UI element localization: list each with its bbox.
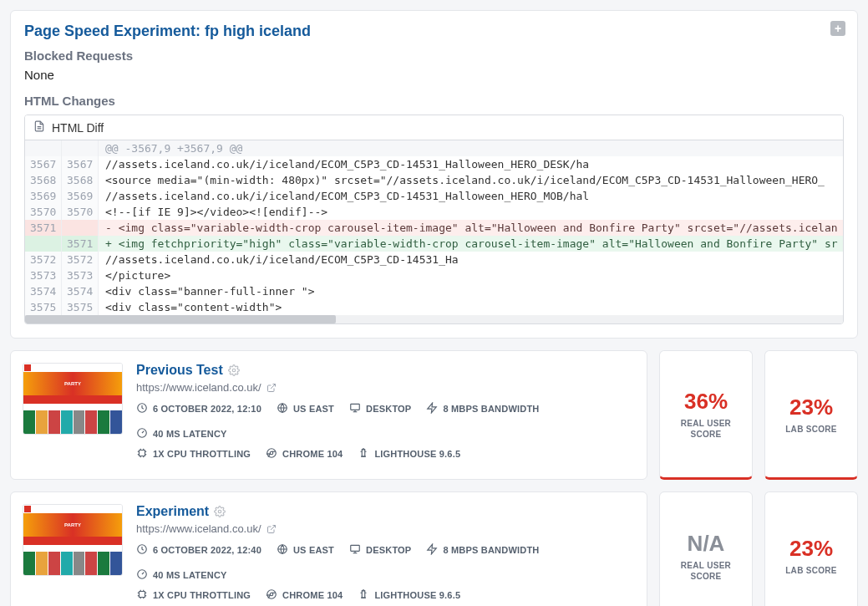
line-number-old: 3570 (25, 204, 62, 220)
meta-throttling: 1X CPU THROTTLING (136, 447, 251, 461)
meta-device: DESKTOP (349, 402, 411, 415)
diff-code: - <img class="variable-width-crop carous… (99, 220, 843, 236)
experiment-card: + Page Speed Experiment: fp high iceland… (10, 10, 858, 339)
diff-header: HTML Diff (25, 115, 843, 140)
meta-bandwidth: 8 MBPS BANDWIDTH (426, 402, 539, 415)
test-card[interactable]: PARTY Experiment https://www.iceland.co.… (10, 491, 647, 606)
meta-lighthouse: LIGHTHOUSE 9.6.5 (358, 588, 460, 602)
line-number-old: 3571 (25, 220, 62, 236)
meta-bandwidth: 8 MBPS BANDWIDTH (426, 543, 539, 557)
line-number-new: 3571 (62, 236, 99, 252)
meta-region-icon (277, 543, 288, 557)
real-user-score-label: REAL USER SCORE (665, 560, 747, 582)
meta-throttling-icon (136, 588, 148, 602)
diff-code: //assets.iceland.co.uk/i/iceland/ECOM_C5… (99, 188, 843, 204)
horizontal-scrollbar[interactable] (25, 315, 843, 323)
diff-line: 35723572 //assets.iceland.co.uk/i/icelan… (25, 252, 843, 267)
meta-date-icon (136, 402, 148, 415)
diff-line: .3571+ <img fetchpriority="high" class="… (25, 236, 843, 252)
meta-latency: 40 MS LATENCY (136, 427, 227, 440)
meta-date: 6 OCTOBER 2022, 12:40 (136, 543, 261, 557)
svg-marker-9 (428, 403, 437, 413)
line-number-old: 3574 (25, 283, 62, 299)
screenshot-thumbnail[interactable]: PARTY (23, 363, 123, 435)
lab-score-box[interactable]: 23% LAB SCORE (764, 350, 858, 480)
blocked-requests-label: Blocked Requests (24, 48, 844, 63)
external-link-icon[interactable] (266, 383, 277, 393)
svg-rect-11 (140, 451, 145, 456)
svg-rect-35 (140, 592, 145, 598)
diff-code: //assets.iceland.co.uk/i/iceland/ECOM_C5… (99, 252, 843, 267)
line-number-new: . (62, 220, 99, 236)
diff-body[interactable]: ..@@ -3567,9 +3567,9 @@35673567 //assets… (25, 140, 843, 315)
diff-code: + <img fetchpriority="high" class="varia… (99, 236, 843, 252)
diff-title: HTML Diff (52, 121, 104, 135)
real-user-score-value: N/A (688, 531, 725, 557)
line-number-new: 3574 (62, 283, 99, 299)
meta-date-icon (136, 543, 148, 557)
diff-line: 35753575 <div class="content-width"> (25, 299, 843, 315)
test-row: PARTY Experiment https://www.iceland.co.… (10, 491, 858, 606)
real-user-score-box[interactable]: 36% REAL USER SCORE (659, 350, 753, 480)
test-url[interactable]: https://www.iceland.co.uk/ (136, 522, 261, 535)
diff-hunk-header: @@ -3567,9 +3567,9 @@ (99, 140, 843, 156)
line-number-new: 3568 (62, 172, 99, 188)
meta-browser: CHROME 104 (266, 588, 343, 602)
diff-code: </picture> (99, 267, 843, 283)
screenshot-thumbnail[interactable]: PARTY (23, 504, 123, 576)
blocked-requests-value: None (24, 68, 844, 82)
svg-rect-25 (363, 450, 366, 456)
line-number-new: 3570 (62, 204, 99, 220)
line-number-old: 3569 (25, 188, 62, 204)
real-user-score-box[interactable]: N/A REAL USER SCORE (659, 491, 753, 606)
real-user-score-value: 36% (684, 389, 728, 415)
test-card[interactable]: PARTY Previous Test https://www.iceland.… (10, 350, 647, 480)
test-row: PARTY Previous Test https://www.iceland.… (10, 350, 858, 480)
meta-lighthouse-icon (358, 447, 369, 461)
meta-browser-icon (266, 447, 277, 461)
svg-rect-30 (351, 545, 360, 551)
lab-score-label: LAB SCORE (785, 565, 837, 576)
svg-rect-6 (351, 404, 360, 410)
meta-device: DESKTOP (349, 543, 411, 557)
meta-latency: 40 MS LATENCY (136, 568, 227, 582)
diff-line: 35683568 <source media="(min-width: 480p… (25, 172, 843, 188)
meta-lighthouse-icon (358, 588, 369, 602)
diff-line: 35743574 <div class="banner-full-inner "… (25, 283, 843, 299)
svg-line-27 (271, 525, 276, 530)
scrollbar-thumb[interactable] (25, 315, 336, 323)
line-number-old: 3572 (25, 252, 62, 267)
gear-icon[interactable] (214, 506, 226, 517)
meta-bandwidth-icon (426, 402, 438, 415)
line-number-new: 3573 (62, 267, 99, 283)
test-title[interactable]: Previous Test (136, 363, 223, 378)
meta-device-icon (349, 402, 361, 415)
diff-line: 3571.- <img class="variable-width-crop c… (25, 220, 843, 236)
test-title[interactable]: Experiment (136, 504, 209, 519)
gear-icon[interactable] (228, 364, 240, 376)
meta-throttling-icon (136, 447, 148, 461)
meta-region: US EAST (277, 543, 334, 557)
line-number-new: 3567 (62, 156, 99, 172)
line-number-old: 3567 (25, 156, 62, 172)
svg-point-2 (232, 369, 236, 372)
test-url[interactable]: https://www.iceland.co.uk/ (136, 381, 261, 394)
lab-score-label: LAB SCORE (785, 424, 837, 435)
meta-region-icon (277, 402, 288, 415)
document-icon (33, 120, 45, 135)
external-link-icon[interactable] (266, 524, 277, 534)
meta-device-icon (349, 543, 361, 557)
line-number-new: 3572 (62, 252, 99, 267)
diff-line: 35673567 //assets.iceland.co.uk/i/icelan… (25, 156, 843, 172)
meta-browser: CHROME 104 (266, 447, 343, 461)
lab-score-value: 23% (789, 536, 833, 562)
add-icon[interactable]: + (830, 21, 845, 36)
meta-bandwidth-icon (426, 543, 438, 557)
meta-throttling: 1X CPU THROTTLING (136, 588, 251, 602)
svg-rect-49 (363, 591, 366, 598)
line-number-old: 3575 (25, 299, 62, 315)
lab-score-box[interactable]: 23% LAB SCORE (764, 491, 858, 606)
line-number-old: 3568 (25, 172, 62, 188)
diff-line: 35693569 //assets.iceland.co.uk/i/icelan… (25, 188, 843, 204)
meta-date: 6 OCTOBER 2022, 12:10 (136, 402, 261, 415)
